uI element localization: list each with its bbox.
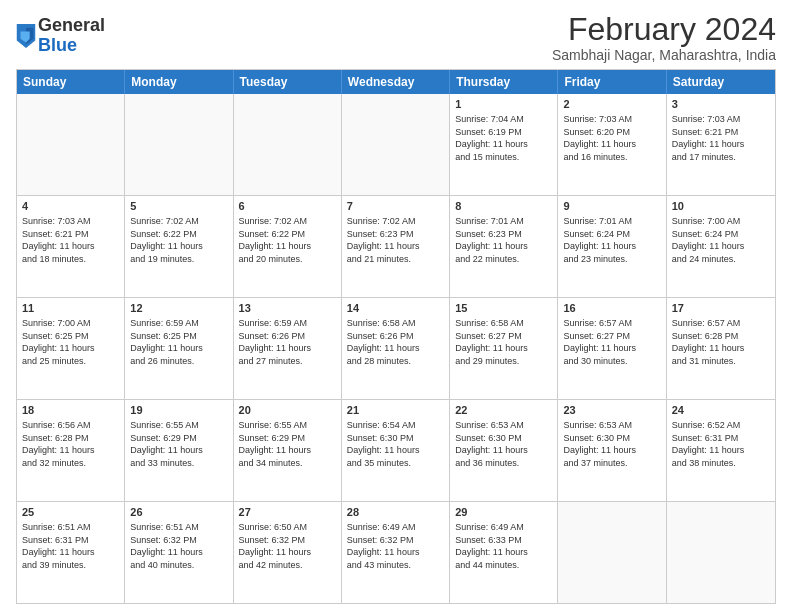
- calendar-header-saturday: Saturday: [667, 70, 775, 94]
- day-info: Sunrise: 7:03 AMSunset: 6:21 PMDaylight:…: [672, 113, 770, 163]
- calendar-cell: 29Sunrise: 6:49 AMSunset: 6:33 PMDayligh…: [450, 502, 558, 603]
- day-info: Sunrise: 6:50 AMSunset: 6:32 PMDaylight:…: [239, 521, 336, 571]
- calendar-cell: [125, 94, 233, 195]
- calendar-cell: 11Sunrise: 7:00 AMSunset: 6:25 PMDayligh…: [17, 298, 125, 399]
- day-number: 17: [672, 301, 770, 316]
- day-number: 28: [347, 505, 444, 520]
- calendar-header-sunday: Sunday: [17, 70, 125, 94]
- day-number: 11: [22, 301, 119, 316]
- page: General Blue February 2024 Sambhaji Naga…: [0, 0, 792, 612]
- calendar: SundayMondayTuesdayWednesdayThursdayFrid…: [16, 69, 776, 604]
- day-info: Sunrise: 6:59 AMSunset: 6:25 PMDaylight:…: [130, 317, 227, 367]
- day-info: Sunrise: 6:53 AMSunset: 6:30 PMDaylight:…: [455, 419, 552, 469]
- day-number: 29: [455, 505, 552, 520]
- day-number: 5: [130, 199, 227, 214]
- day-info: Sunrise: 6:59 AMSunset: 6:26 PMDaylight:…: [239, 317, 336, 367]
- day-info: Sunrise: 6:54 AMSunset: 6:30 PMDaylight:…: [347, 419, 444, 469]
- day-info: Sunrise: 6:55 AMSunset: 6:29 PMDaylight:…: [130, 419, 227, 469]
- day-number: 2: [563, 97, 660, 112]
- day-number: 9: [563, 199, 660, 214]
- calendar-body: 1Sunrise: 7:04 AMSunset: 6:19 PMDaylight…: [17, 94, 775, 603]
- calendar-cell: 9Sunrise: 7:01 AMSunset: 6:24 PMDaylight…: [558, 196, 666, 297]
- day-number: 12: [130, 301, 227, 316]
- calendar-cell: 2Sunrise: 7:03 AMSunset: 6:20 PMDaylight…: [558, 94, 666, 195]
- logo-text: General Blue: [38, 16, 105, 56]
- day-info: Sunrise: 7:02 AMSunset: 6:22 PMDaylight:…: [239, 215, 336, 265]
- calendar-cell: 7Sunrise: 7:02 AMSunset: 6:23 PMDaylight…: [342, 196, 450, 297]
- day-number: 8: [455, 199, 552, 214]
- day-number: 10: [672, 199, 770, 214]
- day-number: 4: [22, 199, 119, 214]
- day-info: Sunrise: 7:03 AMSunset: 6:20 PMDaylight:…: [563, 113, 660, 163]
- calendar-cell: 6Sunrise: 7:02 AMSunset: 6:22 PMDaylight…: [234, 196, 342, 297]
- calendar-cell: 21Sunrise: 6:54 AMSunset: 6:30 PMDayligh…: [342, 400, 450, 501]
- day-number: 20: [239, 403, 336, 418]
- day-number: 1: [455, 97, 552, 112]
- calendar-cell: [667, 502, 775, 603]
- day-info: Sunrise: 7:00 AMSunset: 6:24 PMDaylight:…: [672, 215, 770, 265]
- calendar-cell: 19Sunrise: 6:55 AMSunset: 6:29 PMDayligh…: [125, 400, 233, 501]
- calendar-week-2: 4Sunrise: 7:03 AMSunset: 6:21 PMDaylight…: [17, 195, 775, 297]
- calendar-header-thursday: Thursday: [450, 70, 558, 94]
- day-info: Sunrise: 7:04 AMSunset: 6:19 PMDaylight:…: [455, 113, 552, 163]
- day-number: 21: [347, 403, 444, 418]
- calendar-cell: 24Sunrise: 6:52 AMSunset: 6:31 PMDayligh…: [667, 400, 775, 501]
- calendar-week-1: 1Sunrise: 7:04 AMSunset: 6:19 PMDaylight…: [17, 94, 775, 195]
- calendar-cell: 27Sunrise: 6:50 AMSunset: 6:32 PMDayligh…: [234, 502, 342, 603]
- day-info: Sunrise: 7:01 AMSunset: 6:24 PMDaylight:…: [563, 215, 660, 265]
- day-number: 18: [22, 403, 119, 418]
- calendar-header-row: SundayMondayTuesdayWednesdayThursdayFrid…: [17, 70, 775, 94]
- calendar-cell: 18Sunrise: 6:56 AMSunset: 6:28 PMDayligh…: [17, 400, 125, 501]
- calendar-cell: 14Sunrise: 6:58 AMSunset: 6:26 PMDayligh…: [342, 298, 450, 399]
- day-info: Sunrise: 6:51 AMSunset: 6:32 PMDaylight:…: [130, 521, 227, 571]
- calendar-cell: 22Sunrise: 6:53 AMSunset: 6:30 PMDayligh…: [450, 400, 558, 501]
- calendar-week-3: 11Sunrise: 7:00 AMSunset: 6:25 PMDayligh…: [17, 297, 775, 399]
- day-info: Sunrise: 6:57 AMSunset: 6:28 PMDaylight:…: [672, 317, 770, 367]
- calendar-cell: 5Sunrise: 7:02 AMSunset: 6:22 PMDaylight…: [125, 196, 233, 297]
- header: General Blue February 2024 Sambhaji Naga…: [16, 12, 776, 63]
- calendar-header-monday: Monday: [125, 70, 233, 94]
- day-number: 26: [130, 505, 227, 520]
- calendar-cell: 8Sunrise: 7:01 AMSunset: 6:23 PMDaylight…: [450, 196, 558, 297]
- day-number: 14: [347, 301, 444, 316]
- calendar-week-4: 18Sunrise: 6:56 AMSunset: 6:28 PMDayligh…: [17, 399, 775, 501]
- day-info: Sunrise: 6:58 AMSunset: 6:27 PMDaylight:…: [455, 317, 552, 367]
- day-number: 23: [563, 403, 660, 418]
- day-number: 6: [239, 199, 336, 214]
- day-number: 25: [22, 505, 119, 520]
- calendar-subtitle: Sambhaji Nagar, Maharashtra, India: [552, 47, 776, 63]
- calendar-week-5: 25Sunrise: 6:51 AMSunset: 6:31 PMDayligh…: [17, 501, 775, 603]
- day-number: 22: [455, 403, 552, 418]
- calendar-cell: 15Sunrise: 6:58 AMSunset: 6:27 PMDayligh…: [450, 298, 558, 399]
- calendar-cell: 23Sunrise: 6:53 AMSunset: 6:30 PMDayligh…: [558, 400, 666, 501]
- day-number: 15: [455, 301, 552, 316]
- day-number: 24: [672, 403, 770, 418]
- calendar-cell: 13Sunrise: 6:59 AMSunset: 6:26 PMDayligh…: [234, 298, 342, 399]
- logo-blue-text: Blue: [38, 35, 77, 55]
- calendar-cell: 25Sunrise: 6:51 AMSunset: 6:31 PMDayligh…: [17, 502, 125, 603]
- calendar-cell: 12Sunrise: 6:59 AMSunset: 6:25 PMDayligh…: [125, 298, 233, 399]
- calendar-cell: [234, 94, 342, 195]
- calendar-cell: 3Sunrise: 7:03 AMSunset: 6:21 PMDaylight…: [667, 94, 775, 195]
- day-info: Sunrise: 6:52 AMSunset: 6:31 PMDaylight:…: [672, 419, 770, 469]
- calendar-cell: 16Sunrise: 6:57 AMSunset: 6:27 PMDayligh…: [558, 298, 666, 399]
- calendar-header-tuesday: Tuesday: [234, 70, 342, 94]
- calendar-header-wednesday: Wednesday: [342, 70, 450, 94]
- calendar-cell: [342, 94, 450, 195]
- calendar-cell: [558, 502, 666, 603]
- title-block: February 2024 Sambhaji Nagar, Maharashtr…: [552, 12, 776, 63]
- logo-general: General: [38, 15, 105, 35]
- day-number: 13: [239, 301, 336, 316]
- calendar-cell: 28Sunrise: 6:49 AMSunset: 6:32 PMDayligh…: [342, 502, 450, 603]
- day-info: Sunrise: 7:01 AMSunset: 6:23 PMDaylight:…: [455, 215, 552, 265]
- calendar-cell: 17Sunrise: 6:57 AMSunset: 6:28 PMDayligh…: [667, 298, 775, 399]
- day-info: Sunrise: 6:55 AMSunset: 6:29 PMDaylight:…: [239, 419, 336, 469]
- day-info: Sunrise: 7:02 AMSunset: 6:22 PMDaylight:…: [130, 215, 227, 265]
- logo-icon: [16, 24, 36, 48]
- calendar-cell: 4Sunrise: 7:03 AMSunset: 6:21 PMDaylight…: [17, 196, 125, 297]
- day-info: Sunrise: 6:58 AMSunset: 6:26 PMDaylight:…: [347, 317, 444, 367]
- day-number: 16: [563, 301, 660, 316]
- day-info: Sunrise: 6:53 AMSunset: 6:30 PMDaylight:…: [563, 419, 660, 469]
- calendar-title: February 2024: [552, 12, 776, 47]
- day-info: Sunrise: 6:51 AMSunset: 6:31 PMDaylight:…: [22, 521, 119, 571]
